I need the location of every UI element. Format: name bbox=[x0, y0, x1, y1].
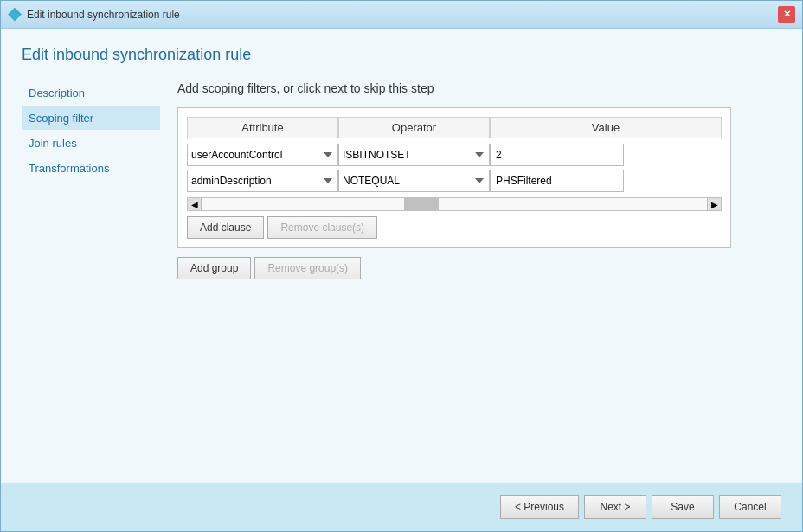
close-button[interactable]: ✕ bbox=[778, 6, 795, 23]
titlebar-title: Edit inbound synchronization rule bbox=[27, 9, 180, 21]
sidebar-item-transformations[interactable]: Transformations bbox=[22, 157, 160, 180]
table-row: userAccountControl ISBITNOTSET bbox=[187, 144, 722, 166]
scroll-track bbox=[202, 198, 707, 210]
add-clause-button[interactable]: Add clause bbox=[187, 216, 264, 239]
sidebar-item-scoping-filter[interactable]: Scoping filter bbox=[22, 106, 160, 130]
next-button[interactable]: Next > bbox=[584, 495, 646, 519]
scroll-left-button[interactable]: ◀ bbox=[188, 198, 202, 210]
table-headers: Attribute Operator Value bbox=[187, 117, 722, 138]
col-header-operator: Operator bbox=[338, 117, 490, 138]
app-icon bbox=[8, 8, 22, 22]
operator-select-1[interactable]: ISBITNOTSET bbox=[338, 144, 490, 166]
col-header-attribute: Attribute bbox=[187, 117, 338, 138]
sidebar-item-join-rules[interactable]: Join rules bbox=[22, 131, 160, 155]
table-row: adminDescription NOTEQUAL bbox=[187, 170, 722, 192]
filter-table-container: Attribute Operator Value userAccountCont… bbox=[177, 107, 731, 248]
save-button[interactable]: Save bbox=[652, 495, 714, 519]
group-buttons: Add group Remove group(s) bbox=[177, 257, 781, 279]
operator-select-2[interactable]: NOTEQUAL bbox=[338, 170, 490, 192]
cancel-button[interactable]: Cancel bbox=[719, 495, 781, 519]
remove-clause-button[interactable]: Remove clause(s) bbox=[267, 216, 377, 239]
titlebar: Edit inbound synchronization rule ✕ bbox=[1, 1, 802, 29]
footer: < Previous Next > Save Cancel bbox=[1, 483, 802, 531]
previous-button[interactable]: < Previous bbox=[500, 495, 579, 519]
horizontal-scrollbar[interactable]: ◀ ▶ bbox=[187, 197, 722, 211]
main-window: Edit inbound synchronization rule ✕ Edit… bbox=[0, 0, 803, 532]
remove-group-button[interactable]: Remove group(s) bbox=[254, 257, 361, 279]
attribute-select-2[interactable]: adminDescription bbox=[187, 170, 338, 192]
titlebar-left: Edit inbound synchronization rule bbox=[8, 8, 180, 22]
add-group-button[interactable]: Add group bbox=[177, 257, 251, 279]
section-description: Add scoping filters, or click next to sk… bbox=[177, 81, 781, 95]
value-input-2[interactable] bbox=[490, 170, 624, 192]
main-layout: Description Scoping filter Join rules Tr… bbox=[22, 81, 781, 483]
scroll-thumb bbox=[404, 198, 439, 210]
clause-buttons: Add clause Remove clause(s) bbox=[187, 216, 722, 239]
attribute-select-1[interactable]: userAccountControl bbox=[187, 144, 338, 166]
sidebar: Description Scoping filter Join rules Tr… bbox=[22, 81, 160, 483]
main-panel: Add scoping filters, or click next to sk… bbox=[160, 81, 781, 483]
col-header-value: Value bbox=[490, 117, 722, 138]
content-area: Edit inbound synchronization rule Descri… bbox=[1, 29, 802, 483]
scroll-right-button[interactable]: ▶ bbox=[707, 198, 721, 210]
value-input-1[interactable] bbox=[490, 144, 624, 166]
sidebar-item-description[interactable]: Description bbox=[22, 81, 160, 105]
page-title: Edit inbound synchronization rule bbox=[22, 46, 781, 64]
